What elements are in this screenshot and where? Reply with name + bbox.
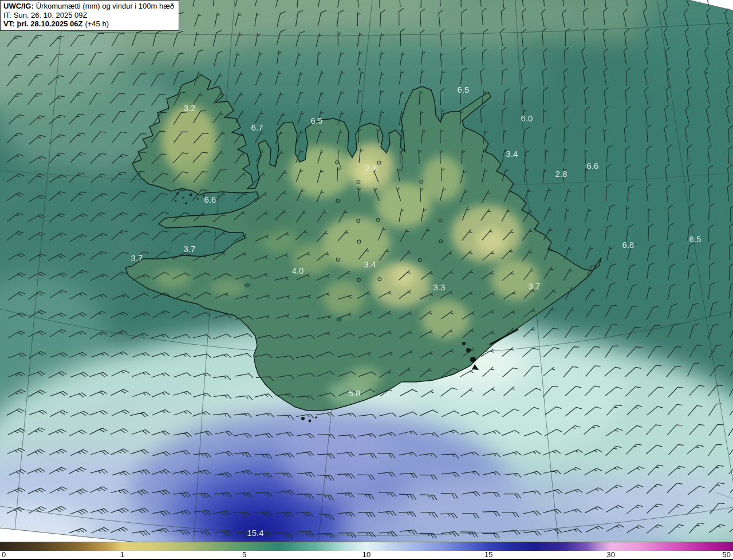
precip-value-label: 4.0 bbox=[292, 266, 304, 275]
precip-value-label: 6.6 bbox=[204, 195, 216, 204]
valid-time-label: VT: bbox=[3, 19, 15, 28]
colorbar-tick-label: 0 bbox=[2, 551, 6, 559]
precip-value-label: 5.8 bbox=[349, 388, 361, 398]
init-time-value: Sun. 26. 10. 2025 09Z bbox=[14, 11, 88, 19]
weather-map: 3.26.76.56.56.03.42.86.62.86.63.73.74.03… bbox=[0, 0, 733, 542]
color-scale: 01510153050 bbox=[0, 542, 733, 560]
precip-value-label: 6.6 bbox=[587, 161, 599, 171]
precip-value-label: 2.8 bbox=[555, 169, 568, 179]
title-box: UWC/IG:Úrkomumætti (mm) og vindur i 100m… bbox=[0, 0, 179, 31]
precip-value-label: 6.8 bbox=[622, 240, 635, 250]
colorbar-tick-label: 30 bbox=[606, 551, 614, 559]
colorbar-labels: 01510153050 bbox=[0, 551, 733, 559]
precip-value-label: 6.5 bbox=[311, 116, 323, 125]
colorbar-tick-label: 5 bbox=[242, 551, 246, 559]
precip-value-label: 3.7 bbox=[131, 253, 143, 263]
precip-value-label: 3.3 bbox=[434, 282, 446, 292]
colorbar-tick-label: 15 bbox=[484, 551, 492, 559]
precip-value-label: 6.0 bbox=[521, 113, 533, 123]
precip-value-label: 15.4 bbox=[247, 528, 263, 538]
precip-value-label: 3.4 bbox=[364, 259, 376, 269]
weather-map-page: 3.26.76.56.56.03.42.86.62.86.63.73.74.03… bbox=[0, 0, 733, 560]
precip-value-label: 3.7 bbox=[184, 244, 196, 254]
precip-value-label: 3.2 bbox=[184, 103, 196, 113]
precip-value-label: 6.7 bbox=[251, 123, 263, 132]
precip-value-label: 2.8 bbox=[365, 163, 377, 173]
precip-value-label: 3.4 bbox=[506, 149, 518, 159]
colorbar-tick-label: 1 bbox=[120, 551, 124, 559]
map-title: Úrkomumætti (mm) og vindur i 100m hæð bbox=[36, 2, 174, 10]
title-line-valid: VT:þri. 28.10.2025 06Z(+45 h) bbox=[3, 19, 174, 29]
colorbar-tick-label: 10 bbox=[362, 551, 371, 559]
title-line-init: IT:Sun. 26. 10. 2025 09Z bbox=[3, 11, 174, 20]
title-line-product: UWC/IG:Úrkomumætti (mm) og vindur i 100m… bbox=[3, 2, 174, 11]
init-time-label: IT: bbox=[3, 11, 11, 19]
colorbar-tick-label: 50 bbox=[723, 551, 731, 559]
precip-value-label: 3.7 bbox=[529, 281, 541, 291]
precip-value-label: 6.5 bbox=[458, 85, 470, 94]
valid-time-value: þri. 28.10.2025 06Z bbox=[17, 19, 83, 28]
precip-value-label: 6.5 bbox=[689, 234, 702, 244]
product-label: UWC/IG: bbox=[3, 2, 34, 10]
valid-time-offset: (+45 h) bbox=[85, 19, 109, 28]
colorbar-gradient bbox=[0, 542, 733, 551]
